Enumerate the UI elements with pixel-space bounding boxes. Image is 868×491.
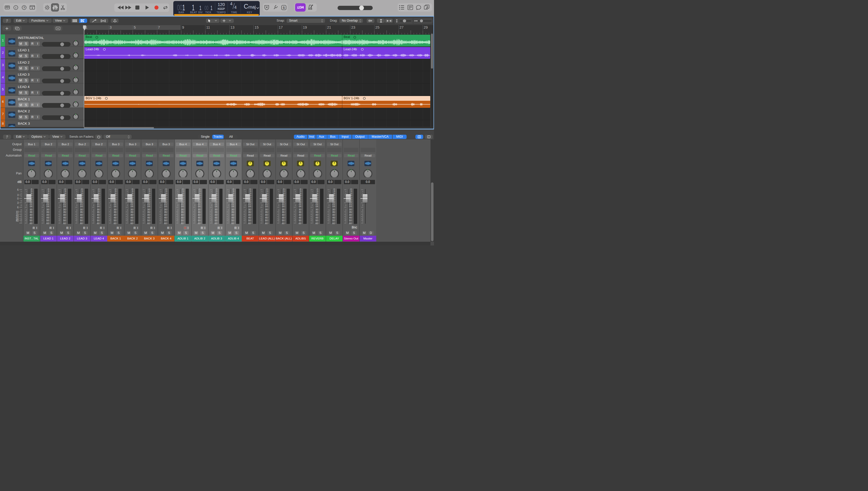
svg-text:40: 40 bbox=[16, 220, 19, 222]
svg-text:0: 0 bbox=[17, 197, 19, 200]
svg-text:6: 6 bbox=[17, 206, 19, 209]
svg-text:6: 6 bbox=[17, 189, 19, 191]
svg-text:3: 3 bbox=[17, 202, 19, 204]
svg-text:3: 3 bbox=[17, 194, 19, 197]
svg-text:S: S bbox=[283, 6, 285, 9]
svg-text:?: ? bbox=[23, 6, 25, 9]
